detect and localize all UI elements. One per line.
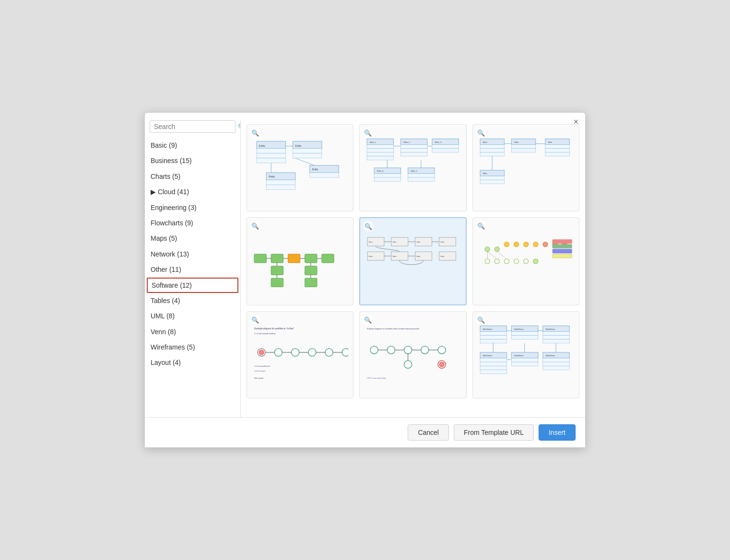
svg-text:1.1.2 more workflow info: 1.1.2 more workflow info <box>254 365 270 367</box>
zoom-icon-6[interactable]: 🔍 <box>476 221 486 231</box>
svg-rect-32 <box>374 174 400 177</box>
template-card-9[interactable]: 🔍 <box>472 311 579 398</box>
card-preview-5: Item Item Item Item Item Item Item Item <box>360 218 465 304</box>
svg-point-147 <box>404 346 412 354</box>
sidebar-item-software[interactable]: Software (12) <box>147 278 238 293</box>
sidebar-item-charts[interactable]: Charts (5) <box>145 169 240 184</box>
sidebar-item-business[interactable]: Business (15) <box>145 153 240 168</box>
sidebar-item-other[interactable]: Other (11) <box>145 262 240 277</box>
svg-rect-172 <box>511 358 538 362</box>
search-input[interactable] <box>154 123 238 130</box>
svg-rect-167 <box>480 358 506 362</box>
svg-point-108 <box>514 242 518 247</box>
svg-rect-115 <box>553 245 572 248</box>
sidebar: 🔍 Basic (9)Business (15)Charts (5)▶ Clou… <box>145 120 241 417</box>
cancel-button[interactable]: Cancel <box>408 424 449 441</box>
card-preview-3: Table Table Table Table <box>473 125 579 211</box>
zoom-icon-7[interactable]: 🔍 <box>250 315 260 325</box>
template-card-4[interactable]: 🔍 <box>247 217 353 305</box>
svg-text:TableName: TableName <box>514 354 524 357</box>
sidebar-item-layout[interactable]: Layout (4) <box>145 355 240 370</box>
svg-rect-169 <box>480 366 506 370</box>
svg-text:TableName: TableName <box>545 354 555 357</box>
svg-rect-73 <box>322 254 334 263</box>
sidebar-item-maps[interactable]: Maps (5) <box>145 231 240 246</box>
svg-rect-9 <box>266 185 295 189</box>
svg-point-111 <box>543 242 548 247</box>
svg-rect-168 <box>480 362 506 366</box>
diagram-svg-8: Example diagram for workflow with a simp… <box>365 316 461 393</box>
svg-rect-20 <box>367 145 393 149</box>
zoom-icon-9[interactable]: 🔍 <box>476 315 486 325</box>
insert-button[interactable]: Insert <box>539 424 576 441</box>
svg-rect-71 <box>288 254 300 263</box>
sidebar-item-wireframes[interactable]: Wireframes (5) <box>145 339 240 355</box>
svg-text:TableName: TableName <box>545 328 555 330</box>
svg-point-130 <box>259 350 264 355</box>
svg-text:Table: Table <box>483 141 487 143</box>
zoom-icon-1[interactable]: 🔍 <box>250 128 260 138</box>
svg-text:Item: Item <box>441 255 445 257</box>
svg-rect-26 <box>401 149 427 152</box>
zoom-icon-4[interactable]: 🔍 <box>250 221 260 231</box>
template-card-8[interactable]: 🔍 Example diagram for workflow with a si… <box>359 311 466 398</box>
svg-rect-30 <box>432 149 459 152</box>
template-card-5[interactable]: 🔍 <box>359 217 466 305</box>
sidebar-item-engineering[interactable]: Engineering (3) <box>145 200 240 215</box>
svg-point-152 <box>404 361 412 368</box>
svg-text:Table: Table <box>483 172 487 175</box>
svg-rect-35 <box>408 174 435 177</box>
sidebar-item-venn[interactable]: Venn (8) <box>145 324 240 339</box>
sidebar-item-flowcharts[interactable]: Flowcharts (9) <box>145 215 240 231</box>
template-card-2[interactable]: 🔍 <box>359 124 466 211</box>
svg-rect-25 <box>401 145 427 149</box>
svg-text:Entity: Entity <box>312 168 318 171</box>
svg-rect-116 <box>553 249 572 253</box>
svg-text:Entity: Entity <box>269 175 275 178</box>
svg-rect-47 <box>480 145 504 149</box>
svg-rect-58 <box>480 176 504 180</box>
svg-rect-29 <box>432 145 459 149</box>
svg-text:Table: Table <box>514 141 518 143</box>
diagram-svg-5: Item Item Item Item Item Item Item Item <box>365 223 460 300</box>
svg-line-125 <box>487 252 497 259</box>
search-box[interactable]: 🔍 <box>150 120 235 133</box>
svg-text:Entity: Entity <box>295 144 302 147</box>
svg-rect-33 <box>374 177 400 181</box>
template-url-button[interactable]: From Template URL <box>454 424 534 441</box>
sidebar-item-network[interactable]: Network (13) <box>145 246 240 262</box>
svg-rect-161 <box>480 336 506 339</box>
svg-text:State example: State example <box>254 377 264 379</box>
template-card-6[interactable]: 🔍 <box>472 217 579 305</box>
sidebar-item-tables[interactable]: Tables (4) <box>145 293 240 308</box>
svg-rect-27 <box>401 152 427 156</box>
card-preview-6 <box>473 218 579 305</box>
zoom-icon-3[interactable]: 🔍 <box>476 128 486 138</box>
svg-point-146 <box>388 346 395 354</box>
template-card-3[interactable]: 🔍 <box>472 124 579 211</box>
svg-rect-165 <box>511 336 538 339</box>
template-card-1[interactable]: 🔍 <box>247 124 353 211</box>
sidebar-item-basic[interactable]: Basic (9) <box>145 138 240 153</box>
template-card-7[interactable]: 🔍 Example diagram for workflow in "In-fl… <box>247 311 353 398</box>
svg-text:TableName: TableName <box>514 328 524 330</box>
svg-rect-164 <box>511 332 538 336</box>
svg-point-151 <box>439 362 444 367</box>
diagram-svg-7: Example diagram for workflow in "In-flow… <box>252 316 348 393</box>
svg-point-123 <box>533 259 538 264</box>
sidebar-item-cloud[interactable]: ▶ Cloud (41) <box>145 184 240 199</box>
dialog-footer: Cancel From Template URL Insert <box>145 417 585 447</box>
svg-rect-117 <box>553 254 572 258</box>
svg-rect-173 <box>511 362 538 366</box>
card-preview-9: TableName TableName TableName TableName … <box>473 312 579 398</box>
diagram-svg-9: TableName TableName TableName TableName … <box>478 316 574 393</box>
sidebar-item-uml[interactable]: UML (8) <box>145 308 240 324</box>
svg-text:Item: Item <box>417 241 421 243</box>
svg-text:CTR-17: some sample details: CTR-17: some sample details <box>367 377 386 379</box>
svg-rect-54 <box>545 145 569 149</box>
svg-point-145 <box>370 346 378 354</box>
diagram-svg-2: Table_1 Table_2 Table_3 Table_4 Table_5 <box>365 129 461 206</box>
svg-text:Table_5: Table_5 <box>411 170 418 172</box>
svg-text:Link text example: Link text example <box>254 370 266 372</box>
svg-rect-59 <box>480 180 504 184</box>
